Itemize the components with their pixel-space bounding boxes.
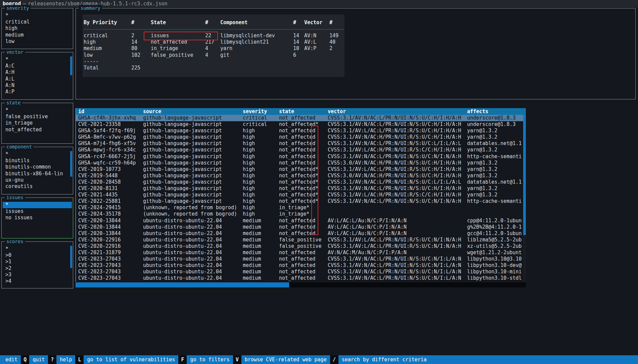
cell-source: (unknown, reported from bogrod) <box>141 211 240 217</box>
vulnerability-row[interactable]: CVE-2024-29415(unknown, reported from bo… <box>76 204 523 211</box>
filter-option[interactable]: high <box>3 25 72 32</box>
summary-header-state: State <box>151 19 205 26</box>
filter-option[interactable]: A:N <box>3 82 72 89</box>
statusbar-item[interactable]: Fgo to filters <box>178 355 233 364</box>
vulnerability-row[interactable]: CVE-2021-4435github-language-javascripth… <box>76 192 523 198</box>
cell-state: not_affected <box>277 147 325 153</box>
key-hint: Q <box>21 355 29 364</box>
statusbar-item[interactable]: /search by different criteria <box>330 355 430 364</box>
filter-option[interactable]: A:H <box>3 69 72 76</box>
vulnerability-row[interactable]: GHSA-mpwj-fcr6-x34cgithub-language-javas… <box>76 147 523 153</box>
summary-row: low102 <box>84 52 140 58</box>
cell-affects: yarn@1.3.2 <box>465 160 523 166</box>
cell-severity: high <box>240 173 277 179</box>
filter-option[interactable]: >1 <box>3 259 72 265</box>
table-vertical-scrollbar-thumb[interactable] <box>523 115 526 235</box>
filter-option[interactable]: >0 <box>3 252 72 259</box>
filter-option[interactable]: issues <box>3 208 72 215</box>
vulnerability-row[interactable]: CVE-2020-13844ubuntu-distro-ubuntu-22.04… <box>76 230 523 237</box>
filter-option[interactable]: critical <box>3 19 72 25</box>
filter-option[interactable]: false_positive <box>3 113 72 120</box>
cell-affects: http-cache-semanti <box>465 153 523 160</box>
filter-option[interactable]: low <box>3 38 72 45</box>
cell-state: not_affected <box>277 153 325 160</box>
vulnerability-row[interactable]: GHSA-5xf4-f2fq-f69jgithub-language-javas… <box>76 128 523 134</box>
cell-vector: CVSS:3.1/AV:N/AC:L/PR:N/UI:N/S:U/C:N/I:L… <box>325 275 465 281</box>
vulnerability-row[interactable]: CVE-2023-27043ubuntu-distro-ubuntu-22.04… <box>76 262 523 269</box>
cell-source: github-language-javascript <box>141 147 240 153</box>
cell-severity: high <box>240 211 277 217</box>
filter-option[interactable]: A:P <box>3 89 72 95</box>
vulnerability-row[interactable]: CVE-2020-28458github-language-javascript… <box>76 179 523 185</box>
table-horizontal-scrollbar-track[interactable] <box>76 282 526 287</box>
vulnerability-row[interactable]: GHSA-rc47-6667-2j5jgithub-language-javas… <box>76 153 523 160</box>
table-horizontal-scrollbar-thumb[interactable] <box>76 282 289 287</box>
vulnerability-row[interactable]: CVE-2021-23358github-language-javascript… <box>76 121 523 128</box>
table-vertical-scrollbar-track[interactable] <box>523 115 526 282</box>
vulnerability-row[interactable]: CVE-2019-5448github-language-javascripth… <box>76 173 523 179</box>
key-action-label: go to list of vulnerabilities <box>84 355 178 364</box>
scores-scrollbar[interactable] <box>70 246 72 268</box>
vulnerability-row[interactable]: CVE-2021-31879ubuntu-distro-ubuntu-22.04… <box>76 249 523 256</box>
filter-option[interactable]: * <box>3 56 72 63</box>
filter-option[interactable]: >3 <box>3 272 72 278</box>
filter-option[interactable]: not_affected <box>3 127 72 133</box>
vulnerability-row[interactable]: CVE-2022-25881github-language-javascript… <box>76 198 523 204</box>
filter-option[interactable]: A:C <box>3 63 72 69</box>
cell-severity: high <box>240 140 277 147</box>
filter-option[interactable]: ux-gnu <box>3 177 72 183</box>
vulnerability-row[interactable]: GHSA-m7j4-fhg6-xf5vgithub-language-javas… <box>76 140 523 147</box>
cell-affects: yarn@1.3.2 <box>465 134 523 140</box>
statusbar-item[interactable]: Lgo to list of vulnerabilities <box>75 355 178 364</box>
vulnerability-row[interactable]: GHSA-wqfc-cr59-h64pgithub-language-javas… <box>76 160 523 166</box>
filter-option[interactable]: >4 <box>3 278 72 284</box>
summary-group-component: libmysqlclient-dev14libmysqlclient2114ya… <box>220 33 299 58</box>
vector-scrollbar[interactable] <box>70 56 72 75</box>
filter-option[interactable]: * <box>3 246 72 252</box>
filter-option[interactable]: * <box>3 202 72 208</box>
statusbar-item[interactable]: edit <box>2 355 21 364</box>
cell-severity: medium <box>240 230 277 237</box>
filter-option[interactable]: no issues <box>3 215 72 221</box>
statusbar-item[interactable]: ?help <box>48 355 75 364</box>
component-scrollbar[interactable] <box>70 151 72 177</box>
filter-option[interactable]: * <box>3 151 72 157</box>
filter-option[interactable]: binutils-common <box>3 164 72 170</box>
cell-id: CVE-2020-13844 <box>76 230 141 237</box>
filter-option[interactable]: coreutils <box>3 183 72 190</box>
filter-option[interactable]: * <box>3 12 72 19</box>
filter-option[interactable]: binutils <box>3 157 72 164</box>
summary-row-count: 22 <box>205 33 211 39</box>
cell-severity: medium <box>240 224 277 230</box>
vulnerability-row[interactable]: CVE-2020-13844ubuntu-distro-ubuntu-22.04… <box>76 218 523 224</box>
filter-option[interactable]: medium <box>3 32 72 38</box>
cell-id: GHSA-5xf4-f2fq-f69j <box>76 128 141 134</box>
vulnerability-row[interactable]: CVE-2019-10773github-language-javascript… <box>76 166 523 173</box>
filter-option[interactable]: in_triage <box>3 120 72 126</box>
vulnerability-row[interactable]: CVE-2020-22916ubuntu-distro-ubuntu-22.04… <box>76 237 523 243</box>
vulnerability-row[interactable]: CVE-2020-13844ubuntu-distro-ubuntu-22.04… <box>76 224 523 230</box>
vulnerability-row[interactable]: CVE-2023-27043ubuntu-distro-ubuntu-22.04… <box>76 256 523 262</box>
summary-row-count: 80 <box>131 45 137 51</box>
filter-option[interactable]: A:L <box>3 76 72 82</box>
vulnerability-row[interactable]: CVE-2023-27043ubuntu-distro-ubuntu-22.04… <box>76 275 523 281</box>
cell-severity: medium <box>240 237 277 243</box>
filter-option[interactable]: >2 <box>3 265 72 272</box>
filter-option[interactable]: * <box>3 107 72 113</box>
vulnerability-row[interactable]: GHSA-cf4h-3jhx-xvhqgithub-language-javas… <box>76 115 523 121</box>
summary-row: issues22 <box>151 33 214 39</box>
cell-affects <box>465 204 523 211</box>
vulnerability-row[interactable]: CVE-2020-22916ubuntu-distro-ubuntu-22.04… <box>76 243 523 249</box>
cell-vector: AV:L/AC:L/Au:N/C:P/I:N/A:N <box>325 224 465 230</box>
vulnerability-row[interactable]: GHSA-8mfc-v7wv-p62ggithub-language-javas… <box>76 134 523 140</box>
vulnerability-row[interactable]: CVE-2024-35178(unknown, reported from bo… <box>76 211 523 217</box>
vulnerability-row[interactable]: CVE-2023-27043ubuntu-distro-ubuntu-22.04… <box>76 269 523 275</box>
filter-option[interactable]: binutils-x86-64-lin <box>3 171 72 177</box>
summary-row-label: AV:L <box>304 39 329 45</box>
statusbar-item[interactable]: Vbrowse CVE-related web page <box>233 355 330 364</box>
statusbar-item[interactable]: Qquit <box>21 355 48 364</box>
cell-id: CVE-2020-13844 <box>76 218 141 224</box>
vulnerability-row[interactable]: CVE-2020-8131github-language-javascripth… <box>76 185 523 192</box>
summary-row-count: 10 <box>293 45 299 51</box>
cell-vector: AV:N/AC:M/Au:N/C:P/I:P/A:N <box>325 249 465 256</box>
